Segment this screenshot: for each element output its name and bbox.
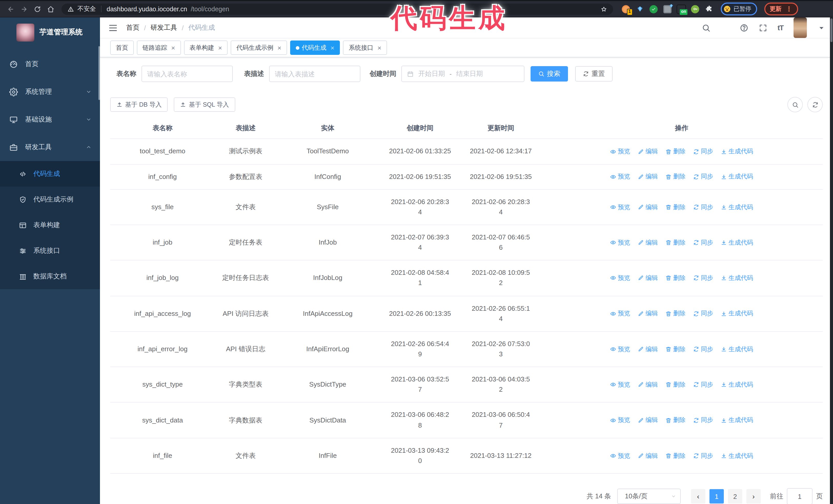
search-button[interactable]: 搜索 bbox=[530, 66, 568, 82]
tab-close-icon[interactable]: × bbox=[277, 44, 281, 51]
goto-page-input[interactable] bbox=[787, 488, 812, 504]
submenu-item-form[interactable]: 表单构建 bbox=[0, 212, 100, 238]
action-delete-link[interactable]: 删除 bbox=[666, 451, 686, 460]
import-sql-button[interactable]: 基于 SQL 导入 bbox=[174, 98, 235, 112]
extension-key-icon[interactable] bbox=[690, 4, 700, 14]
action-preview-link[interactable]: 预览 bbox=[610, 147, 630, 156]
action-edit-link[interactable]: 编辑 bbox=[638, 451, 658, 460]
action-edit-link[interactable]: 编辑 bbox=[638, 147, 658, 156]
import-db-button[interactable]: 基于 DB 导入 bbox=[110, 98, 168, 112]
app-logo-row[interactable]: 芋道管理系统 bbox=[0, 18, 100, 47]
action-delete-link[interactable]: 删除 bbox=[666, 238, 686, 247]
submenu-item-code[interactable]: 代码生成 bbox=[0, 161, 100, 187]
refresh-table-button[interactable] bbox=[807, 97, 823, 113]
avatar-caret-down-icon[interactable] bbox=[817, 23, 826, 32]
action-sync-link[interactable]: 同步 bbox=[693, 415, 713, 425]
action-preview-link[interactable]: 预览 bbox=[610, 309, 630, 318]
breadcrumb-item[interactable]: 研发工具 bbox=[150, 23, 177, 32]
action-preview-link[interactable]: 预览 bbox=[610, 202, 630, 212]
action-edit-link[interactable]: 编辑 bbox=[638, 380, 658, 389]
action-edit-link[interactable]: 编辑 bbox=[638, 202, 658, 212]
browser-forward-button[interactable] bbox=[19, 3, 30, 15]
action-preview-link[interactable]: 预览 bbox=[610, 273, 630, 283]
action-delete-link[interactable]: 删除 bbox=[666, 344, 686, 354]
action-sync-link[interactable]: 同步 bbox=[693, 309, 713, 318]
action-edit-link[interactable]: 编辑 bbox=[638, 344, 658, 354]
action-edit-link[interactable]: 编辑 bbox=[638, 415, 658, 425]
action-delete-link[interactable]: 删除 bbox=[666, 147, 686, 156]
browser-profile-button[interactable]: 已暂停 bbox=[721, 3, 757, 16]
tab-close-icon[interactable]: × bbox=[378, 44, 381, 51]
table-desc-input[interactable] bbox=[269, 66, 360, 82]
action-edit-link[interactable]: 编辑 bbox=[638, 172, 658, 182]
table-name-input[interactable] bbox=[142, 66, 233, 82]
action-sync-link[interactable]: 同步 bbox=[693, 273, 713, 283]
date-range-picker[interactable]: 开始日期 - 结束日期 bbox=[401, 66, 524, 82]
action-generate-link[interactable]: 生成代码 bbox=[721, 415, 753, 425]
github-icon[interactable] bbox=[721, 23, 730, 32]
fullscreen-icon[interactable] bbox=[759, 23, 767, 32]
action-delete-link[interactable]: 删除 bbox=[666, 202, 686, 212]
tab-item[interactable]: 表单构建× bbox=[184, 41, 228, 55]
action-edit-link[interactable]: 编辑 bbox=[638, 273, 658, 283]
action-sync-link[interactable]: 同步 bbox=[693, 172, 713, 182]
browser-back-button[interactable] bbox=[5, 3, 17, 15]
action-preview-link[interactable]: 预览 bbox=[610, 238, 630, 247]
action-preview-link[interactable]: 预览 bbox=[610, 172, 630, 182]
tab-item[interactable]: 系统接口× bbox=[343, 41, 387, 55]
action-sync-link[interactable]: 同步 bbox=[693, 451, 713, 460]
tab-item[interactable]: 链路追踪× bbox=[137, 41, 181, 55]
action-sync-link[interactable]: 同步 bbox=[693, 147, 713, 156]
action-preview-link[interactable]: 预览 bbox=[610, 451, 630, 460]
action-edit-link[interactable]: 编辑 bbox=[638, 309, 658, 318]
help-icon[interactable] bbox=[740, 23, 748, 32]
action-edit-link[interactable]: 编辑 bbox=[638, 238, 658, 247]
bookmark-star-icon[interactable] bbox=[601, 6, 607, 12]
breadcrumb-item[interactable]: 首页 bbox=[126, 23, 139, 32]
action-sync-link[interactable]: 同步 bbox=[693, 202, 713, 212]
tab-item[interactable]: 首页 bbox=[110, 41, 134, 55]
sidebar-item-monitor[interactable]: 基础设施 bbox=[0, 105, 100, 133]
action-generate-link[interactable]: 生成代码 bbox=[721, 380, 753, 389]
tab-active[interactable]: 代码生成× bbox=[290, 41, 340, 55]
action-sync-link[interactable]: 同步 bbox=[693, 238, 713, 247]
hamburger-icon[interactable] bbox=[108, 23, 118, 32]
action-preview-link[interactable]: 预览 bbox=[610, 415, 630, 425]
action-generate-link[interactable]: 生成代码 bbox=[721, 238, 753, 247]
page-scrollbar-thumb[interactable] bbox=[830, 19, 832, 42]
action-generate-link[interactable]: 生成代码 bbox=[721, 344, 753, 354]
tab-close-icon[interactable]: × bbox=[331, 44, 334, 51]
sidebar-item-toolbox[interactable]: 研发工具 bbox=[0, 133, 100, 161]
action-generate-link[interactable]: 生成代码 bbox=[721, 309, 753, 318]
action-preview-link[interactable]: 预览 bbox=[610, 344, 630, 354]
browser-update-button[interactable]: 更新 ⋮ bbox=[764, 3, 798, 16]
action-delete-link[interactable]: 删除 bbox=[666, 380, 686, 389]
action-generate-link[interactable]: 生成代码 bbox=[721, 147, 753, 156]
toggle-search-button[interactable] bbox=[787, 97, 803, 113]
extension-dark-icon[interactable]: on bbox=[677, 4, 686, 14]
action-delete-link[interactable]: 删除 bbox=[666, 309, 686, 318]
next-page-button[interactable]: › bbox=[746, 489, 761, 503]
submenu-item-database[interactable]: 数据库文档 bbox=[0, 264, 100, 289]
action-sync-link[interactable]: 同步 bbox=[693, 344, 713, 354]
action-generate-link[interactable]: 生成代码 bbox=[721, 451, 753, 460]
tab-close-icon[interactable]: × bbox=[218, 44, 222, 51]
page-size-select[interactable]: 10条/页 bbox=[617, 488, 681, 504]
action-delete-link[interactable]: 删除 bbox=[666, 273, 686, 283]
submenu-item-sliders[interactable]: 系统接口 bbox=[0, 238, 100, 264]
extension-orange-icon[interactable]: 1 bbox=[621, 4, 630, 14]
tab-close-icon[interactable]: × bbox=[171, 44, 175, 51]
action-generate-link[interactable]: 生成代码 bbox=[721, 172, 753, 182]
font-size-icon[interactable]: tT bbox=[778, 24, 783, 32]
reset-button[interactable]: 重置 bbox=[575, 66, 613, 82]
sidebar-item-dashboard[interactable]: 首页 bbox=[0, 50, 100, 78]
extension-green-check-icon[interactable] bbox=[649, 4, 658, 14]
extensions-puzzle-icon[interactable] bbox=[704, 4, 714, 14]
action-delete-link[interactable]: 删除 bbox=[666, 415, 686, 425]
browser-reload-button[interactable] bbox=[32, 3, 43, 15]
action-delete-link[interactable]: 删除 bbox=[666, 172, 686, 182]
tab-item[interactable]: 代码生成示例× bbox=[231, 41, 287, 55]
page-button[interactable]: 2 bbox=[728, 489, 742, 503]
sidebar-item-gear[interactable]: 系统管理 bbox=[0, 78, 100, 105]
action-generate-link[interactable]: 生成代码 bbox=[721, 202, 753, 212]
